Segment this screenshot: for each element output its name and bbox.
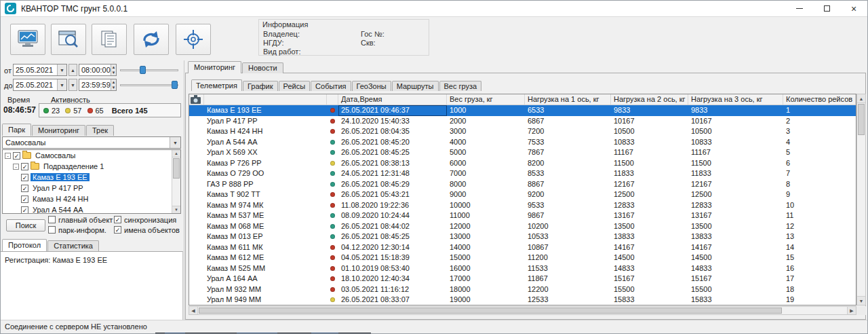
checked-checkbox-icon[interactable]: ✓ xyxy=(114,226,121,234)
tree-checkbox[interactable]: ✓ xyxy=(21,174,28,181)
table-row[interactable]: Камаз Н 424 НН26.05.2021 08:04:353000720… xyxy=(189,126,856,137)
park-combo[interactable]: Самосвалы ▼ xyxy=(2,136,181,149)
scroll-up-icon[interactable]: ▲ xyxy=(857,94,865,103)
time-spinner[interactable]: ▲▼ xyxy=(111,79,116,90)
tree-item[interactable]: ✓Урал А 544 АА xyxy=(3,204,172,213)
park-tab-2[interactable]: Мониторинг xyxy=(32,125,85,136)
option-checkbox[interactable]: парк-информ. xyxy=(48,226,114,234)
table-row[interactable]: Урал Х 569 ХХ26.05.2021 08:45:2550007867… xyxy=(189,147,856,158)
tree-item[interactable]: ✓Урал Р 417 РР xyxy=(3,183,172,193)
table-row[interactable]: Урал А 164 АА18.10.2020 12:40:3417000118… xyxy=(189,274,856,284)
table-row[interactable]: Камаз Т 902 ТТ26.05.2021 05:43:219000920… xyxy=(189,189,856,200)
sub-tab-3[interactable]: Рейсы xyxy=(279,81,311,91)
main-tab-1[interactable]: Мониторинг xyxy=(188,61,241,73)
unchecked-checkbox-icon[interactable] xyxy=(48,216,56,223)
tree-expander-icon[interactable]: - xyxy=(13,164,19,170)
vehicle-column-header[interactable] xyxy=(204,94,327,105)
table-row[interactable]: Камаз М 612 МЕ04.05.2021 15:18:391500011… xyxy=(189,253,856,263)
table-row[interactable]: Камаз Е 193 ЕЕ25.05.2021 09:46:371000653… xyxy=(189,105,856,116)
table-row[interactable]: Камаз М 068 МЕ26.05.2021 08:44:021200010… xyxy=(189,221,856,232)
column-header[interactable]: Нагрузка на 3 ось, кг xyxy=(688,94,783,105)
column-header[interactable]: Дата,Время xyxy=(338,94,447,105)
to-time-slider[interactable] xyxy=(120,79,178,90)
from-spin-up-button[interactable]: ▲ xyxy=(68,64,77,76)
sub-tab-2[interactable]: График xyxy=(243,81,278,91)
tree-checkbox[interactable]: ✓ xyxy=(21,163,28,170)
tree-item[interactable]: ✓Камаз Е 193 ЕЕ xyxy=(3,172,172,183)
column-header[interactable]: Нагрузка на 1 ось, кг xyxy=(525,94,611,105)
sub-tab-4[interactable]: События xyxy=(311,81,351,91)
table-row[interactable]: Урал А 544 АА26.05.2021 08:45:2040007533… xyxy=(189,137,856,148)
panel-splitter[interactable] xyxy=(184,60,184,320)
tree-scrollbar[interactable]: ▲ ▼ xyxy=(172,150,180,213)
tree-checkbox[interactable]: ✓ xyxy=(21,185,28,192)
slider-thumb[interactable] xyxy=(140,66,146,74)
to-time-input[interactable]: 23:59:59 ▲▼ xyxy=(79,79,117,91)
park-tab-3[interactable]: Трек xyxy=(86,125,114,136)
sub-tab-6[interactable]: Маршруты xyxy=(392,81,439,91)
target-toolbar-button[interactable] xyxy=(176,24,211,55)
protocol-tab-1[interactable]: Протокол xyxy=(2,239,47,251)
maximize-button[interactable] xyxy=(813,1,840,16)
report-toolbar-button[interactable] xyxy=(92,24,127,55)
search-toolbar-button[interactable] xyxy=(51,24,86,55)
table-vertical-scrollbar[interactable]: ▲ ▼ xyxy=(856,94,866,305)
table-row[interactable]: Камаз О 729 ОО24.05.2021 12:31:487000853… xyxy=(189,168,856,179)
scrollbar-thumb[interactable] xyxy=(173,158,180,179)
camera-icon-cell[interactable] xyxy=(189,94,204,105)
table-row[interactable]: Камаз М 974 МК11.08.2020 19:22:361000095… xyxy=(189,200,856,211)
table-row[interactable]: Камаз М 537 МЕ08.09.2020 10:24:441100098… xyxy=(189,210,856,221)
scrollbar-thumb[interactable] xyxy=(199,308,782,314)
table-row[interactable]: Камаз М 013 ЕР26.05.2021 08:45:251300010… xyxy=(189,231,856,242)
scroll-down-icon[interactable]: ▼ xyxy=(172,206,180,213)
tree-item[interactable]: -✓Самосвалы xyxy=(3,150,172,161)
scrollbar-thumb[interactable] xyxy=(858,104,865,135)
table-row[interactable]: Камаз М 611 МК04.12.2020 12:30:141400010… xyxy=(189,242,856,253)
sub-tab-5[interactable]: ГеоЗоны xyxy=(352,81,391,91)
to-spin-down-button[interactable]: ▼ xyxy=(68,79,77,91)
close-button[interactable]: × xyxy=(840,1,867,16)
column-header[interactable]: Вес груза, кг xyxy=(447,94,525,105)
main-tab-2[interactable]: Новости xyxy=(242,62,283,73)
park-tab-1[interactable]: Парк xyxy=(2,124,31,136)
sub-tab-7[interactable]: Вес груза xyxy=(439,81,482,91)
slider-thumb[interactable] xyxy=(172,81,178,89)
unchecked-checkbox-icon[interactable] xyxy=(48,226,56,234)
minimize-button[interactable] xyxy=(786,1,813,16)
scroll-left-icon[interactable]: ◀ xyxy=(189,307,198,314)
column-header[interactable]: Количество рейсов xyxy=(783,94,856,105)
search-button[interactable]: Поиск xyxy=(6,219,45,231)
to-date-input[interactable]: 25.05.2021 ▼ xyxy=(13,79,67,91)
table-row[interactable]: Урал М 932 ММ03.05.2021 11:16:1218000122… xyxy=(189,284,856,295)
tree-item[interactable]: -✓Подразделение 1 xyxy=(3,161,172,172)
tree-checkbox[interactable]: ✓ xyxy=(13,152,20,160)
monitoring-toolbar-button[interactable] xyxy=(10,24,45,55)
scroll-right-icon[interactable]: ▶ xyxy=(847,307,856,314)
table-row[interactable]: Камаз Р 726 РР26.05.2021 08:38:136000820… xyxy=(189,158,856,169)
from-time-slider[interactable] xyxy=(120,64,178,75)
time-spinner[interactable]: ▲▼ xyxy=(111,64,116,75)
sync-toolbar-button[interactable] xyxy=(134,24,169,55)
column-header[interactable]: Нагрузка на 2 ось, кг xyxy=(611,94,688,105)
chevron-down-icon[interactable]: ▼ xyxy=(170,137,180,148)
chevron-down-icon[interactable]: ▼ xyxy=(57,79,66,90)
chevron-down-icon[interactable]: ▼ xyxy=(57,64,66,75)
option-checkbox[interactable]: ✓синхронизация xyxy=(114,216,180,224)
from-date-input[interactable]: 25.05.2021 ▼ xyxy=(13,64,67,76)
tree-checkbox[interactable]: ✓ xyxy=(21,196,28,203)
from-time-input[interactable]: 08:00:00 ▲▼ xyxy=(79,64,117,76)
table-horizontal-scrollbar[interactable]: ◀ ▶ xyxy=(189,306,856,315)
sub-tab-1[interactable]: Телеметрия xyxy=(191,79,242,91)
table-row[interactable]: Камаз М 525 ММ01.10.2019 08:53:401600011… xyxy=(189,263,856,274)
option-checkbox[interactable]: главный объект xyxy=(48,216,114,224)
scroll-up-icon[interactable]: ▲ xyxy=(172,150,180,157)
option-checkbox[interactable]: ✓имена объектов xyxy=(114,226,180,234)
protocol-tab-2[interactable]: Статистика xyxy=(47,240,99,251)
tree-checkbox[interactable]: ✓ xyxy=(21,206,28,214)
table-row[interactable]: ГАЗ Р 888 РР26.05.2021 08:45:29800088671… xyxy=(189,179,856,190)
checked-checkbox-icon[interactable]: ✓ xyxy=(114,216,121,223)
status-column-header[interactable] xyxy=(327,94,338,105)
tree-expander-icon[interactable]: - xyxy=(5,153,11,159)
table-row[interactable]: Урал М 949 ММ26.05.2021 08:33:0719000125… xyxy=(189,295,856,305)
scroll-down-icon[interactable]: ▼ xyxy=(857,296,865,305)
